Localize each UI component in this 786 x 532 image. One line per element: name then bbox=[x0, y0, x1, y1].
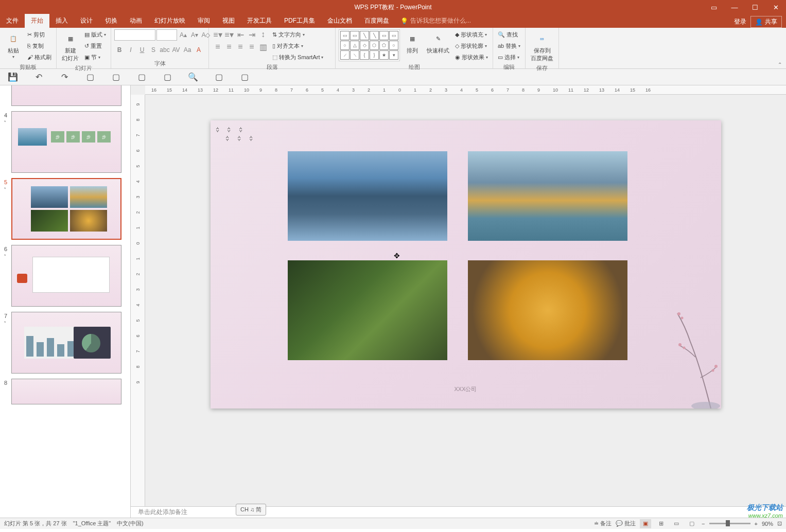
image-lake[interactable] bbox=[468, 151, 627, 241]
tab-home[interactable]: 开始 bbox=[25, 14, 49, 28]
slide-thumb-6[interactable] bbox=[11, 245, 121, 307]
shape-fill-button[interactable]: ◆形状填充▾ bbox=[453, 29, 490, 40]
undo-icon[interactable]: ↶ bbox=[33, 72, 44, 82]
notes-pane[interactable]: 单击此处添加备注 CH ♫ 简 bbox=[131, 506, 786, 518]
tab-baidu[interactable]: 百度网盘 bbox=[358, 14, 395, 28]
arrange-button[interactable]: ▦ 排列 bbox=[402, 29, 423, 56]
zoom-level[interactable]: 90% bbox=[762, 521, 773, 527]
slide-viewport[interactable]: ᨟ ᨟ ᨟ ᨟ ᨟ ᨟ ✥ XXX公司 bbox=[145, 95, 786, 506]
slideshow-view-icon[interactable]: ▢ bbox=[686, 519, 697, 528]
fit-window-icon[interactable]: ⊡ bbox=[777, 520, 782, 527]
char-spacing-button[interactable]: AV bbox=[171, 45, 181, 55]
align-right-button[interactable]: ≡ bbox=[235, 42, 246, 52]
strikethrough-button[interactable]: S bbox=[148, 45, 159, 55]
new-slide-button[interactable]: ▦ 新建 幻灯片 bbox=[60, 29, 81, 63]
quick-styles-button[interactable]: ✎ 快速样式 bbox=[425, 29, 451, 56]
save-to-baidu-button[interactable]: ∞ 保存到 百度网盘 bbox=[529, 29, 555, 63]
login-button[interactable]: 登录 bbox=[734, 17, 746, 26]
line-spacing-button[interactable]: ↕ bbox=[257, 29, 269, 40]
qat-icon-1[interactable]: ▢ bbox=[85, 72, 95, 82]
bold-button[interactable]: B bbox=[114, 45, 125, 55]
comments-toggle[interactable]: 💬 批注 bbox=[616, 520, 636, 527]
replace-button[interactable]: ab替换▾ bbox=[496, 41, 522, 51]
font-color-button[interactable]: A bbox=[194, 45, 204, 55]
qat-icon-6[interactable]: ▢ bbox=[214, 72, 224, 82]
tab-design[interactable]: 设计 bbox=[74, 14, 99, 28]
layout-button[interactable]: ▤版式▾ bbox=[83, 29, 108, 40]
reading-view-icon[interactable]: ▭ bbox=[671, 519, 682, 528]
sorter-view-icon[interactable]: ⊞ bbox=[655, 519, 667, 528]
increase-font-button[interactable]: A▴ bbox=[178, 30, 188, 40]
collapse-ribbon-icon[interactable]: ⌃ bbox=[778, 62, 782, 67]
select-button[interactable]: ▭选择▾ bbox=[496, 52, 522, 62]
tell-me-search[interactable]: 💡 告诉我您想要做什么... bbox=[395, 14, 476, 28]
close-icon[interactable]: ✕ bbox=[765, 0, 786, 14]
qat-icon-3[interactable]: ▢ bbox=[136, 72, 147, 82]
slide-thumb-3[interactable] bbox=[11, 85, 121, 106]
slide-thumb-7[interactable] bbox=[11, 312, 121, 374]
normal-view-icon[interactable]: ▣ bbox=[640, 519, 651, 528]
shape-gallery[interactable]: ▭▭╲╲▭▭ ○△◇⬡⬠○ ⟋⟍{}★▾ bbox=[339, 29, 400, 61]
slide-thumb-4[interactable]: 步步步步 bbox=[11, 111, 121, 173]
text-direction-button[interactable]: ⇅文字方向▾ bbox=[271, 29, 325, 40]
image-mountain[interactable]: ✥ bbox=[288, 151, 447, 241]
tab-file[interactable]: 文件 bbox=[0, 14, 25, 28]
shadow-button[interactable]: abc bbox=[160, 45, 170, 55]
notes-toggle[interactable]: ≐ 备注 bbox=[594, 520, 612, 527]
tab-pdf-tools[interactable]: PDF工具集 bbox=[278, 14, 321, 28]
tab-slideshow[interactable]: 幻灯片放映 bbox=[148, 14, 191, 28]
ime-indicator[interactable]: CH ♫ 简 bbox=[236, 504, 266, 516]
minimize-icon[interactable]: — bbox=[724, 0, 745, 14]
decrease-indent-button[interactable]: ⇤ bbox=[235, 29, 246, 40]
font-name-input[interactable] bbox=[114, 29, 155, 41]
language-indicator[interactable]: 中文(中国) bbox=[117, 520, 143, 527]
zoom-slider[interactable] bbox=[709, 523, 750, 524]
bullets-button[interactable]: ≡▾ bbox=[212, 29, 223, 40]
format-painter-button[interactable]: 🖌格式刷 bbox=[26, 52, 53, 62]
qat-icon-7[interactable]: ▢ bbox=[239, 72, 250, 82]
slide-thumbnail-panel[interactable]: 3 4* 步步步步 5* 6* 7* bbox=[0, 85, 131, 518]
change-case-button[interactable]: Aa bbox=[182, 45, 193, 55]
copy-button[interactable]: ⎘复制 bbox=[26, 41, 53, 51]
decrease-font-button[interactable]: A▾ bbox=[189, 30, 200, 40]
image-maple[interactable] bbox=[468, 260, 627, 360]
qat-icon-5[interactable]: 🔍 bbox=[188, 72, 198, 82]
tab-developer[interactable]: 开发工具 bbox=[241, 14, 278, 28]
shape-effects-button[interactable]: ◉形状效果▾ bbox=[453, 52, 490, 62]
tab-animations[interactable]: 动画 bbox=[124, 14, 148, 28]
columns-button[interactable]: ▥ bbox=[257, 42, 269, 52]
reset-button[interactable]: ↺重置 bbox=[83, 41, 108, 51]
align-center-button[interactable]: ≡ bbox=[223, 42, 235, 52]
section-button[interactable]: ▣节▾ bbox=[83, 52, 108, 62]
underline-button[interactable]: U bbox=[137, 45, 147, 55]
tab-insert[interactable]: 插入 bbox=[49, 14, 74, 28]
zoom-out-button[interactable]: − bbox=[702, 521, 705, 527]
tab-view[interactable]: 视图 bbox=[216, 14, 241, 28]
align-left-button[interactable]: ≡ bbox=[212, 42, 223, 52]
tab-transitions[interactable]: 切换 bbox=[99, 14, 124, 28]
tab-kingsoft[interactable]: 金山文档 bbox=[321, 14, 358, 28]
qat-icon-2[interactable]: ▢ bbox=[111, 72, 121, 82]
tab-review[interactable]: 审阅 bbox=[191, 14, 216, 28]
image-leaves[interactable] bbox=[288, 260, 447, 360]
shape-outline-button[interactable]: ◇形状轮廓▾ bbox=[453, 41, 490, 51]
zoom-in-button[interactable]: + bbox=[755, 521, 758, 527]
find-button[interactable]: 🔍查找 bbox=[496, 29, 522, 40]
slide-thumb-8[interactable] bbox=[11, 379, 121, 404]
cut-button[interactable]: ✂剪切 bbox=[26, 29, 53, 40]
redo-icon[interactable]: ↷ bbox=[59, 72, 69, 82]
share-button[interactable]: 👤 共享 bbox=[750, 16, 782, 28]
maximize-icon[interactable]: ☐ bbox=[745, 0, 765, 14]
paste-button[interactable]: 📋 粘贴 ▾ bbox=[3, 29, 24, 60]
italic-button[interactable]: I bbox=[126, 45, 136, 55]
numbering-button[interactable]: ≡▾ bbox=[223, 29, 235, 40]
justify-button[interactable]: ≡ bbox=[246, 42, 257, 52]
current-slide[interactable]: ᨟ ᨟ ᨟ ᨟ ᨟ ᨟ ✥ XXX公司 bbox=[211, 120, 721, 409]
slide-thumb-5[interactable] bbox=[11, 178, 121, 240]
align-text-button[interactable]: ▯对齐文本▾ bbox=[271, 41, 325, 51]
smartart-button[interactable]: ⬚转换为 SmartArt▾ bbox=[271, 52, 325, 62]
increase-indent-button[interactable]: ⇥ bbox=[246, 29, 257, 40]
save-icon[interactable]: 💾 bbox=[8, 72, 18, 82]
font-size-input[interactable] bbox=[156, 29, 177, 41]
qat-icon-4[interactable]: ▢ bbox=[162, 72, 172, 82]
